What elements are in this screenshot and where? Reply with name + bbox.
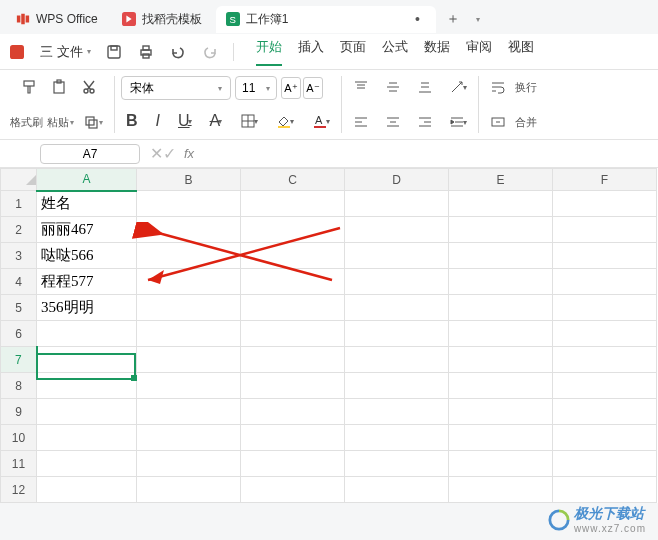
cell[interactable] [553, 321, 657, 347]
cell[interactable] [449, 399, 553, 425]
strike-button[interactable]: A▾ [205, 109, 228, 133]
cell[interactable] [449, 477, 553, 503]
cell[interactable] [449, 451, 553, 477]
cell[interactable] [137, 425, 241, 451]
cell[interactable] [241, 425, 345, 451]
cell[interactable] [449, 191, 553, 217]
cell[interactable] [37, 373, 137, 399]
row-header[interactable]: 1 [1, 191, 37, 217]
row-header[interactable]: 2 [1, 217, 37, 243]
cell[interactable] [345, 451, 449, 477]
cell[interactable] [137, 477, 241, 503]
cell[interactable] [553, 217, 657, 243]
row-header[interactable]: 12 [1, 477, 37, 503]
cell[interactable] [553, 399, 657, 425]
cut-button[interactable] [76, 76, 102, 98]
italic-button[interactable]: I [151, 109, 165, 133]
wrap-text-button[interactable] [485, 76, 511, 98]
cell[interactable] [345, 269, 449, 295]
cell-A1[interactable]: 姓名 [37, 191, 137, 217]
cell[interactable] [137, 269, 241, 295]
cell[interactable] [241, 451, 345, 477]
cell[interactable] [241, 347, 345, 373]
cell[interactable] [345, 425, 449, 451]
cell[interactable] [241, 191, 345, 217]
cell[interactable] [449, 373, 553, 399]
ribbon-tab-view[interactable]: 视图 [508, 38, 534, 66]
cell[interactable] [553, 243, 657, 269]
font-size-select[interactable]: 11▾ [235, 76, 277, 100]
cell[interactable] [137, 399, 241, 425]
paste-label[interactable]: 粘贴▾ [47, 115, 74, 130]
underline-button[interactable]: U▾ [173, 109, 197, 133]
row-header[interactable]: 10 [1, 425, 37, 451]
row-header[interactable]: 9 [1, 399, 37, 425]
cell[interactable] [345, 399, 449, 425]
ribbon-tab-review[interactable]: 审阅 [466, 38, 492, 66]
cell[interactable] [137, 373, 241, 399]
cell-A4[interactable]: 程程577 [37, 269, 137, 295]
cell[interactable] [553, 295, 657, 321]
indent-button[interactable]: ▾ [444, 111, 472, 133]
cell[interactable] [37, 451, 137, 477]
cell-A3[interactable]: 哒哒566 [37, 243, 137, 269]
tab-template[interactable]: 找稻壳模板 [112, 6, 212, 33]
row-header[interactable]: 7 [1, 347, 37, 373]
cancel-icon[interactable]: ✕ [150, 144, 163, 163]
cell[interactable] [137, 243, 241, 269]
row-header[interactable]: 5 [1, 295, 37, 321]
tab-workbook[interactable]: S 工作簿1 • [216, 6, 436, 33]
cell[interactable] [449, 269, 553, 295]
col-header-D[interactable]: D [345, 169, 449, 191]
cell[interactable] [449, 243, 553, 269]
redo-icon[interactable] [201, 43, 219, 61]
row-header[interactable]: 6 [1, 321, 37, 347]
app-menu-icon[interactable] [8, 43, 26, 61]
cell[interactable] [553, 451, 657, 477]
undo-icon[interactable] [169, 43, 187, 61]
paste-button[interactable] [46, 76, 72, 98]
cell[interactable] [553, 347, 657, 373]
ribbon-tab-start[interactable]: 开始 [256, 38, 282, 66]
print-icon[interactable] [137, 43, 155, 61]
cell[interactable] [241, 217, 345, 243]
cell[interactable] [241, 243, 345, 269]
cell[interactable] [345, 347, 449, 373]
ribbon-tab-data[interactable]: 数据 [424, 38, 450, 66]
ribbon-tab-insert[interactable]: 插入 [298, 38, 324, 66]
align-center-button[interactable] [380, 111, 406, 133]
copy-button[interactable]: ▾ [78, 111, 108, 133]
cell[interactable] [345, 477, 449, 503]
row-header[interactable]: 4 [1, 269, 37, 295]
font-color-button[interactable]: A▾ [307, 110, 335, 132]
fill-color-button[interactable]: ▾ [271, 110, 299, 132]
cell-A2[interactable]: 丽丽467 [37, 217, 137, 243]
shrink-font-button[interactable]: A⁻ [303, 77, 323, 99]
cell[interactable] [37, 321, 137, 347]
align-left-button[interactable] [348, 111, 374, 133]
cell[interactable] [553, 373, 657, 399]
row-header[interactable]: 11 [1, 451, 37, 477]
cell[interactable] [241, 399, 345, 425]
file-menu[interactable]: 三 文件▾ [40, 43, 91, 61]
cell[interactable] [37, 425, 137, 451]
cell[interactable] [345, 295, 449, 321]
merge-cells-button[interactable] [485, 111, 511, 133]
confirm-icon[interactable]: ✓ [163, 144, 176, 163]
col-header-B[interactable]: B [137, 169, 241, 191]
cell[interactable] [37, 399, 137, 425]
align-top-button[interactable] [348, 76, 374, 98]
cell-A7[interactable] [37, 347, 137, 373]
cell[interactable] [137, 451, 241, 477]
tab-overflow-icon[interactable]: ▾ [470, 15, 486, 24]
cell[interactable] [553, 191, 657, 217]
cell[interactable] [137, 347, 241, 373]
col-header-E[interactable]: E [449, 169, 553, 191]
formula-input[interactable] [202, 140, 658, 167]
cell[interactable] [241, 295, 345, 321]
new-tab-button[interactable]: ＋ [440, 10, 466, 28]
cell[interactable] [241, 321, 345, 347]
cell[interactable] [345, 321, 449, 347]
grow-font-button[interactable]: A⁺ [281, 77, 301, 99]
format-brush-button[interactable] [16, 76, 42, 98]
